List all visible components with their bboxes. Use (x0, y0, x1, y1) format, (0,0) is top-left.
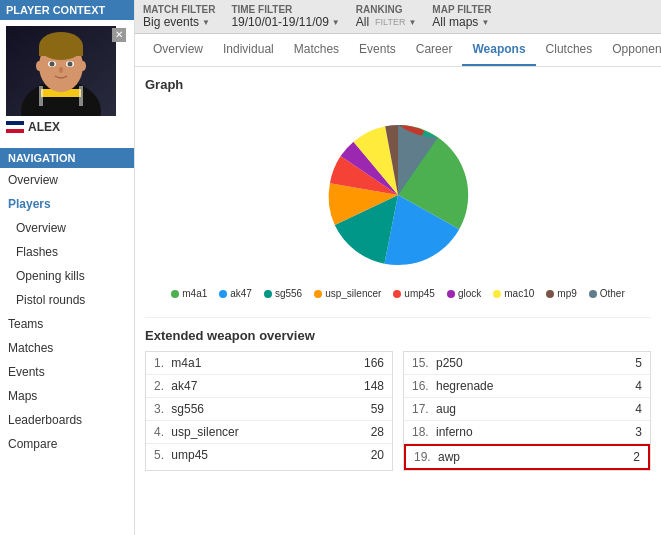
time-filter-value: 19/10/01-19/11/09 (231, 15, 328, 29)
sidebar: PLAYER CONTEXT ✕ (0, 0, 135, 535)
tabs-bar: Overview Individual Matches Events Caree… (135, 34, 661, 67)
map-filter-dropdown[interactable]: All maps ▼ (432, 15, 491, 29)
weapon-row-2: 2. ak47 148 (146, 375, 392, 398)
weapon-row-19: 19. awp 2 (404, 444, 650, 470)
legend-dot-mac10 (493, 290, 501, 298)
svg-point-14 (68, 62, 73, 67)
tab-clutches[interactable]: Clutches (536, 34, 603, 66)
time-filter-dropdown[interactable]: 19/10/01-19/11/09 ▼ (231, 15, 339, 29)
legend-dot-mp9 (546, 290, 554, 298)
sidebar-item-compare[interactable]: Compare (0, 432, 134, 456)
legend-ump45: ump45 (393, 288, 435, 299)
legend-glock: glock (447, 288, 481, 299)
legend-dot-ak47 (219, 290, 227, 298)
divider (145, 317, 651, 318)
weapon-row-16: 16. hegrenade 4 (404, 375, 650, 398)
extended-title: Extended weapon overview (145, 328, 651, 343)
sidebar-item-players[interactable]: Players (0, 192, 134, 216)
svg-rect-6 (79, 86, 83, 106)
svg-rect-10 (39, 46, 83, 56)
chart-legend: m4a1 ak47 sg556 usp_silencer (171, 288, 625, 299)
ranking-arrow-icon: ▼ (408, 18, 416, 27)
time-filter-label: TIME FILTER (231, 4, 339, 15)
legend-dot-sg556 (264, 290, 272, 298)
sidebar-item-flashes[interactable]: Flashes (0, 240, 134, 264)
nav-header: NAVIGATION (0, 148, 134, 168)
svg-point-17 (80, 61, 86, 71)
time-filter-group: TIME FILTER 19/10/01-19/11/09 ▼ (231, 4, 339, 29)
sidebar-item-teams[interactable]: Teams (0, 312, 134, 336)
player-avatar-svg (6, 26, 116, 116)
player-context-header: PLAYER CONTEXT (0, 0, 134, 20)
sidebar-item-pistol-rounds[interactable]: Pistol rounds (0, 288, 134, 312)
content-area: Graph (135, 67, 661, 535)
time-filter-arrow-icon: ▼ (332, 18, 340, 27)
sidebar-item-opening-kills[interactable]: Opening kills (0, 264, 134, 288)
sidebar-item-leaderboards[interactable]: Leaderboards (0, 408, 134, 432)
legend-dot-usp (314, 290, 322, 298)
weapon-row-15: 15. p250 5 (404, 352, 650, 375)
weapons-left-col: 1. m4a1 166 2. ak47 148 3. sg556 59 4. (145, 351, 393, 471)
svg-point-15 (59, 67, 63, 73)
match-filter-label: MATCH FILTER (143, 4, 215, 15)
legend-mp9: mp9 (546, 288, 576, 299)
match-filter-arrow-icon: ▼ (202, 18, 210, 27)
close-button[interactable]: ✕ (112, 28, 126, 42)
filter-bar: MATCH FILTER Big events ▼ TIME FILTER 19… (135, 0, 661, 34)
weapon-row-5: 5. ump45 20 (146, 444, 392, 466)
tab-events[interactable]: Events (349, 34, 406, 66)
tab-overview[interactable]: Overview (143, 34, 213, 66)
svg-point-13 (50, 62, 55, 67)
player-photo (6, 26, 116, 116)
ranking-sub: FILTER (375, 17, 405, 27)
match-filter-value: Big events (143, 15, 199, 29)
map-filter-arrow-icon: ▼ (481, 18, 489, 27)
map-filter-label: MAP FILTER (432, 4, 491, 15)
weapon-row-1: 1. m4a1 166 (146, 352, 392, 375)
ranking-value: All (356, 15, 369, 29)
legend-dot-glock (447, 290, 455, 298)
svg-rect-5 (39, 86, 43, 106)
legend-usp: usp_silencer (314, 288, 381, 299)
weapon-row-4: 4. usp_silencer 28 (146, 421, 392, 444)
sidebar-item-players-overview[interactable]: Overview (0, 216, 134, 240)
tab-weapons[interactable]: Weapons (462, 34, 535, 66)
ranking-label: RANKING (356, 4, 417, 15)
legend-dot-other (589, 290, 597, 298)
weapons-table: 1. m4a1 166 2. ak47 148 3. sg556 59 4. (145, 351, 651, 471)
tab-opponents[interactable]: Opponents (602, 34, 661, 66)
player-photo-area: ✕ (0, 20, 134, 144)
sidebar-item-matches[interactable]: Matches (0, 336, 134, 360)
main-panel: MATCH FILTER Big events ▼ TIME FILTER 19… (135, 0, 661, 535)
sidebar-item-events[interactable]: Events (0, 360, 134, 384)
ranking-dropdown[interactable]: All FILTER ▼ (356, 15, 417, 29)
player-flag-name: ALEX (6, 116, 128, 138)
weapon-row-18: 18. inferno 3 (404, 421, 650, 444)
player-name: ALEX (28, 120, 60, 134)
tab-individual[interactable]: Individual (213, 34, 284, 66)
legend-sg556: sg556 (264, 288, 302, 299)
ranking-filter-group: RANKING All FILTER ▼ (356, 4, 417, 29)
nav-list: Overview Players Overview Flashes Openin… (0, 168, 134, 456)
legend-mac10: mac10 (493, 288, 534, 299)
map-filter-value: All maps (432, 15, 478, 29)
tab-career[interactable]: Career (406, 34, 463, 66)
sidebar-item-overview-top[interactable]: Overview (0, 168, 134, 192)
flag-icon (6, 121, 24, 133)
sidebar-item-maps[interactable]: Maps (0, 384, 134, 408)
svg-point-16 (36, 61, 42, 71)
map-filter-group: MAP FILTER All maps ▼ (432, 4, 491, 29)
legend-other: Other (589, 288, 625, 299)
weapons-right-col: 15. p250 5 16. hegrenade 4 17. aug 4 1 (403, 351, 651, 471)
legend-ak47: ak47 (219, 288, 252, 299)
legend-dot-m4a1 (171, 290, 179, 298)
weapon-row-17: 17. aug 4 (404, 398, 650, 421)
match-filter-dropdown[interactable]: Big events ▼ (143, 15, 215, 29)
tab-matches[interactable]: Matches (284, 34, 349, 66)
legend-m4a1: m4a1 (171, 288, 207, 299)
pie-chart (298, 110, 498, 280)
match-filter-group: MATCH FILTER Big events ▼ (143, 4, 215, 29)
graph-area: m4a1 ak47 sg556 usp_silencer (145, 100, 651, 309)
extended-weapon-section: Extended weapon overview 1. m4a1 166 2. … (145, 328, 651, 471)
graph-title: Graph (145, 77, 651, 92)
